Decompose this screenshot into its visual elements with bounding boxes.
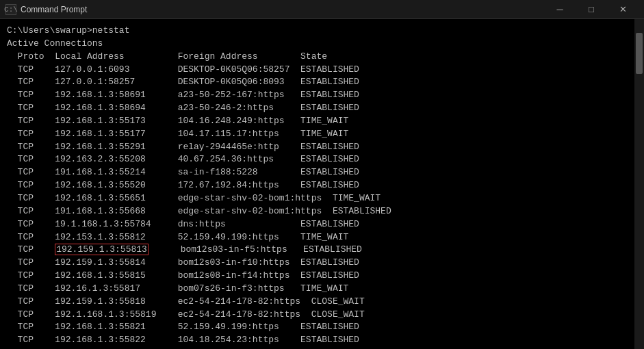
table-row: TCP 192.16.1.3:55817 bom07s26-in-f3:http… — [7, 283, 637, 296]
window-title: Command Prompt — [21, 5, 87, 14]
table-row: TCP 191.168.1.3:55214 sa-in-f188:5228 ES… — [7, 166, 637, 179]
table-row: TCP 127.0.0.1:58257 DESKTOP-0K05Q06:8093… — [7, 76, 637, 89]
table-row: TCP 192.168.1.3:55651 edge-star-shv-02-b… — [7, 192, 637, 205]
title-bar: C:\ Command Prompt ─ □ ✕ — [0, 0, 644, 19]
table-row: TCP 192.168.1.3:55291 relay-2944465e:htt… — [7, 141, 637, 154]
section-header: Active Connections — [7, 38, 637, 51]
column-header: Proto Local Address Foreign Address Stat… — [7, 51, 637, 64]
window-controls: ─ □ ✕ — [544, 0, 639, 19]
terminal-icon: C:\ — [5, 4, 16, 15]
scrollbar[interactable] — [634, 19, 644, 349]
title-bar-left: C:\ Command Prompt — [5, 4, 87, 15]
command-prompt-line: C:\Users\swarup>netstat — [7, 25, 637, 38]
table-row: TCP 192.168.1.3:58691 a23-50-252-167:htt… — [7, 89, 637, 102]
table-row: TCP 192.168.1.3:55821 52.159.49.199:http… — [7, 321, 637, 334]
table-row: TCP 192.159.1.3:55813 bom12s03-in-f5:htt… — [7, 244, 637, 257]
table-row: TCP 192.168.1.3:55822 104.18.254.23:http… — [7, 334, 637, 347]
table-row: TCP 191.168.1.3:55668 edge-star-shv-02-b… — [7, 205, 637, 218]
scrollbar-thumb[interactable] — [636, 33, 643, 74]
table-rows: TCP 127.0.0.1:6093 DESKTOP-0K05Q06:58257… — [7, 64, 637, 349]
close-button[interactable]: ✕ — [607, 0, 639, 19]
table-row: TCP 192.163.2.3:55208 40.67.254.36:https… — [7, 153, 637, 166]
table-row: TCP 192.168.1.3:55520 172.67.192.84:http… — [7, 179, 637, 192]
table-row: TCP 192.168.1.3:55177 104.17.115.17:http… — [7, 128, 637, 141]
maximize-button[interactable]: □ — [576, 0, 607, 19]
terminal-body: C:\Users\swarup>netstat Active Connectio… — [0, 19, 644, 349]
table-row: TCP 192.159.1.3:55814 bom12s03-in-f10:ht… — [7, 257, 637, 270]
table-row: TCP 192.168.1.3:58694 a23-50-246-2:https… — [7, 102, 637, 115]
outlined-address: 192.159.1.3:55813 — [55, 244, 149, 255]
table-row: TCP 192.1.168.1.3:55819 ec2-54-214-178-8… — [7, 309, 637, 322]
table-row: TCP 192.153.1.3:55812 52.159.49.199:http… — [7, 231, 637, 244]
minimize-button[interactable]: ─ — [544, 0, 576, 19]
table-row: TCP 19.1.168.1.3:55784 dns:https ESTABLI… — [7, 218, 637, 231]
table-row: TCP 127.0.0.1:6093 DESKTOP-0K05Q06:58257… — [7, 64, 637, 77]
table-row: TCP 192.168.1.3:55815 bom12s08-in-f14:ht… — [7, 270, 637, 283]
table-row: TCP 192.168.1.3:55173 104.16.248.249:htt… — [7, 115, 637, 128]
table-row: TCP 192.159.1.3:55818 ec2-54-214-178-82:… — [7, 296, 637, 309]
